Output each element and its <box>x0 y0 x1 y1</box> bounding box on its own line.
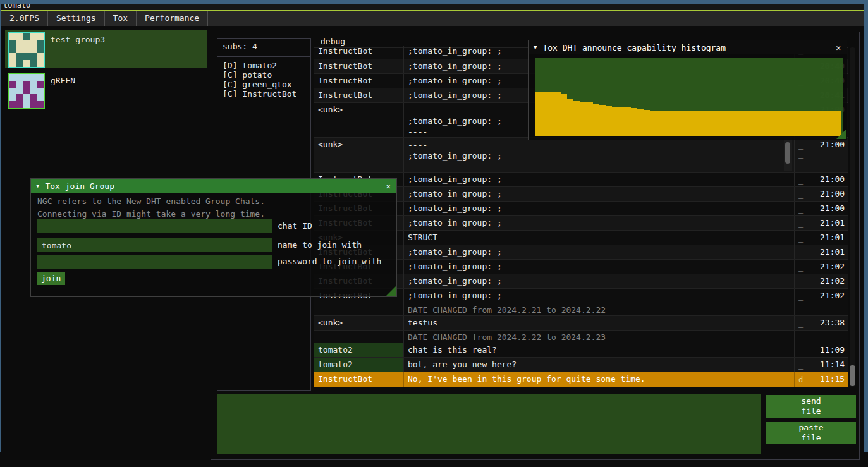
message-text: bot, are you new here? <box>403 358 794 372</box>
message-time: 21:00 <box>816 138 848 172</box>
message-row[interactable]: <unk>testus_ _23:38 <box>314 315 848 330</box>
histogram-bar <box>554 92 561 136</box>
send-file-button[interactable]: send file <box>766 395 856 418</box>
message-text: ;tomato_in_group: ; <box>403 245 794 259</box>
histogram-bar <box>726 111 733 136</box>
message-row[interactable]: tomato2bot, are you new here?_ _11:14 <box>314 357 848 372</box>
date-row[interactable]: DATE CHANGED from 2024.2.21 to 2024.2.22 <box>314 303 848 315</box>
menu-item-settings[interactable]: Settings <box>48 11 105 26</box>
message-text: ;tomato_in_group: ; <box>403 289 794 303</box>
histogram-bar <box>733 111 739 136</box>
message-flags: _ _ <box>794 245 816 259</box>
message-row[interactable]: InstructBotNo, I've been in this group f… <box>314 372 848 387</box>
chat-scrollbar-track[interactable] <box>850 47 855 387</box>
sender-name: <unk> <box>314 103 403 137</box>
histogram-bar <box>783 111 790 136</box>
histogram-bar <box>707 111 714 136</box>
message-text: ;tomato_in_group: ; <box>403 173 794 186</box>
message-time <box>816 331 848 343</box>
join-note: Connecting via ID might take a very long… <box>37 209 265 219</box>
message-time: 11:14 <box>816 358 848 372</box>
histogram-window-titlebar[interactable]: ▼ Tox DHT announce capability histogram … <box>529 40 847 54</box>
histogram-bar <box>593 104 599 137</box>
message-time: 21:02 <box>816 274 848 288</box>
histogram-bar <box>752 111 758 136</box>
histogram-bar <box>714 111 720 136</box>
member-item[interactable]: [C] InstructBot <box>217 89 310 99</box>
histogram-bar <box>720 111 726 136</box>
histogram-bar <box>822 111 828 136</box>
member-item[interactable]: [C] green_qtox <box>217 80 310 89</box>
histogram-bar <box>797 111 803 136</box>
message-cell-scrollbar[interactable] <box>784 138 792 171</box>
join-window-resize-grip[interactable] <box>386 286 396 296</box>
histogram-bar <box>745 111 752 136</box>
sender-name: tomato2 <box>314 358 403 372</box>
sender-name: tomato2 <box>314 343 403 357</box>
join-field-label: name to join with <box>278 240 362 250</box>
message-time: 21:00 <box>816 173 848 186</box>
join-field-password[interactable] <box>37 255 272 269</box>
message-time: 21:01 <box>816 216 848 230</box>
join-field-name[interactable] <box>37 238 272 252</box>
histogram-bar <box>644 110 650 137</box>
sender-name: InstructBot <box>314 74 403 88</box>
join-group-window: ▼ Tox join Group ✕ join NGC refers to th… <box>30 178 397 297</box>
join-button[interactable]: join <box>37 272 65 285</box>
message-time: 21:01 <box>816 245 848 259</box>
message-text: testus <box>403 316 794 330</box>
screen-border-left <box>0 0 1 452</box>
sender-name: InstructBot <box>314 46 403 59</box>
histogram-bar <box>606 106 612 136</box>
join-window-close-icon[interactable]: ✕ <box>386 181 391 191</box>
histogram-window-close-icon[interactable]: ✕ <box>836 43 841 52</box>
histogram-bar <box>790 111 797 136</box>
histogram-bar <box>758 111 764 136</box>
menu-fps[interactable]: 2.0FPS <box>1 11 48 26</box>
sender-name: <unk> <box>314 316 403 330</box>
histogram-bar <box>809 111 816 136</box>
histogram-bar <box>688 111 695 136</box>
member-item[interactable]: [D] tomato2 <box>217 61 310 70</box>
tab-debug[interactable]: debug <box>321 37 345 46</box>
group-avatar <box>8 73 45 109</box>
histogram-bar <box>587 102 593 136</box>
histogram-bar <box>701 111 707 136</box>
collapse-arrow-icon[interactable]: ▼ <box>534 44 537 51</box>
histogram-bar <box>803 111 809 136</box>
message-flags: _ _ <box>794 187 816 201</box>
message-time: 21:01 <box>816 231 848 245</box>
collapse-arrow-icon[interactable]: ▼ <box>36 183 39 189</box>
message-flags: _ _ <box>794 173 816 186</box>
histogram-window-title: Tox DHT announce capability histogram <box>542 43 726 52</box>
histogram-bar <box>764 111 771 136</box>
histogram-bar <box>828 111 834 136</box>
group-name: test_group3 <box>51 35 105 44</box>
message-row[interactable]: <unk>----;tomato_in_group: ;----_ _21:00 <box>314 137 848 172</box>
roster-item-gREEN[interactable]: gREEN <box>5 71 207 109</box>
message-flags: d _ <box>794 372 816 387</box>
paste-file-button[interactable]: paste file <box>766 422 856 444</box>
roster-item-test_group3[interactable]: test_group3 <box>5 30 207 68</box>
message-time <box>816 303 848 315</box>
histogram-bar <box>695 111 701 136</box>
histogram-bar <box>567 99 573 136</box>
date-row[interactable]: DATE CHANGED from 2024.2.22 to 2024.2.23 <box>314 330 848 343</box>
chat-scrollbar-thumb[interactable] <box>850 365 855 386</box>
message-flags: _ _ <box>794 216 816 230</box>
message-row[interactable]: tomato2chat is this real?_ _11:09 <box>314 343 848 357</box>
sender-name: InstructBot <box>314 88 403 102</box>
join-window-titlebar[interactable]: ▼ Tox join Group ✕ <box>31 179 396 193</box>
histogram-bar <box>535 92 542 136</box>
histogram-bar <box>548 92 554 136</box>
histogram-bar <box>656 111 663 136</box>
histogram-bar <box>675 111 682 136</box>
message-input[interactable] <box>217 394 761 454</box>
join-field-chat-id[interactable] <box>37 219 272 233</box>
menu-item-tox[interactable]: Tox <box>105 11 137 26</box>
menu-item-performance[interactable]: Performance <box>137 11 208 26</box>
histogram-window-resize-grip[interactable] <box>836 130 846 139</box>
member-item[interactable]: [C] potato <box>217 70 310 80</box>
histogram-bar <box>599 105 606 136</box>
sender-name <box>314 331 403 343</box>
